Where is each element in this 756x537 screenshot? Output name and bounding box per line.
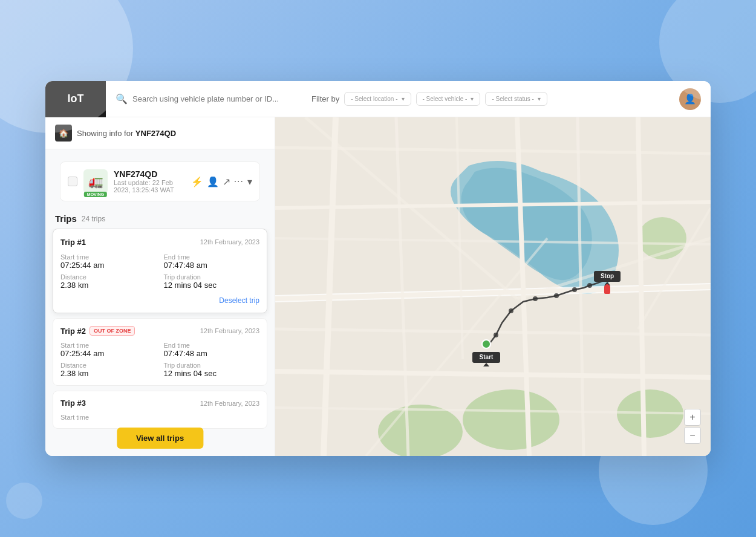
svg-text:Start: Start bbox=[480, 354, 494, 360]
vehicle-checkbox[interactable] bbox=[68, 177, 77, 186]
vehicle-update: Last update: 22 Feb 2023, 13:25:43 WAT bbox=[114, 179, 185, 194]
app-window: IoT 🔍 Filter by - Select location - ▾ - … bbox=[45, 81, 711, 456]
svg-point-33 bbox=[482, 340, 490, 348]
more-options-icon[interactable]: ··· bbox=[234, 176, 244, 187]
vehicle-icon: 🚛 MOVING bbox=[83, 169, 108, 194]
vehicle-filter[interactable]: - Select vehicle - ▾ bbox=[416, 92, 481, 106]
expand-icon[interactable]: ▾ bbox=[247, 176, 252, 187]
zoom-in-button[interactable]: + bbox=[684, 409, 701, 426]
vehicle-id-text: YNF274QD bbox=[135, 129, 176, 138]
trip-2-end-time: 07:47:48 am bbox=[164, 349, 260, 358]
svg-point-27 bbox=[554, 293, 559, 298]
trip-card-1[interactable]: Trip #1 12th February, 2023 Start time 0… bbox=[53, 229, 267, 313]
vehicle-info: YNF274QD Last update: 22 Feb 2023, 13:25… bbox=[114, 169, 185, 194]
filter-label: Filter by bbox=[311, 94, 339, 103]
svg-point-29 bbox=[587, 283, 592, 288]
search-area: 🔍 bbox=[106, 93, 311, 105]
map-svg: Start Stop bbox=[275, 117, 711, 456]
svg-point-28 bbox=[572, 287, 577, 292]
trip-2-start-time: 07:25:44 am bbox=[60, 349, 157, 358]
trips-list: Trip #1 12th February, 2023 Start time 0… bbox=[45, 229, 275, 456]
person-icon[interactable]: 👤 bbox=[207, 176, 219, 187]
svg-rect-38 bbox=[605, 284, 609, 288]
trips-container: Trip #1 12th February, 2023 Start time 0… bbox=[45, 229, 275, 456]
svg-point-24 bbox=[494, 333, 498, 337]
chevron-down-icon: ▾ bbox=[538, 96, 541, 102]
chevron-down-icon: ▾ bbox=[471, 96, 474, 102]
moving-badge: MOVING bbox=[84, 192, 107, 197]
trip-2-distance: 2.38 km bbox=[60, 369, 157, 378]
trip-2-header: Trip #2 OUT OF ZONE 12th February, 2023 bbox=[60, 326, 259, 336]
trip-1-end-time: 07:47:48 am bbox=[164, 261, 260, 270]
app-body: 🏠 Showing info for YNF274QD 🚛 MOVING YNF… bbox=[45, 117, 711, 456]
trip-3-number: Trip #3 bbox=[60, 399, 86, 408]
status-filter[interactable]: - Select status - ▾ bbox=[485, 92, 547, 106]
trips-header: Trips 24 trips bbox=[45, 209, 275, 229]
trip-2-number: Trip #2 bbox=[60, 327, 86, 336]
out-of-zone-badge: OUT OF ZONE bbox=[90, 326, 135, 336]
vehicle-truck-icon: 🚛 bbox=[88, 174, 103, 189]
deselect-trip-button[interactable]: Deselect trip bbox=[219, 296, 259, 305]
svg-point-25 bbox=[509, 308, 513, 313]
view-all-container: View all trips bbox=[117, 428, 203, 449]
search-input[interactable] bbox=[132, 94, 302, 103]
location-filter[interactable]: - Select location - ▾ bbox=[344, 92, 411, 106]
trip-2-duration: 12 mins 04 sec bbox=[164, 369, 260, 378]
trip-2-date: 12th February, 2023 bbox=[200, 327, 259, 334]
trip-1-duration: 12 mins 04 sec bbox=[164, 281, 260, 290]
chevron-down-icon: ▾ bbox=[402, 96, 405, 102]
trip-1-number: Trip #1 bbox=[60, 238, 86, 247]
vehicle-plate: YNF274QD bbox=[114, 169, 185, 179]
trip-1-header: Trip #1 12th February, 2023 bbox=[60, 236, 259, 247]
left-panel: 🏠 Showing info for YNF274QD 🚛 MOVING YNF… bbox=[45, 117, 275, 456]
trip-1-distance: 2.38 km bbox=[60, 281, 157, 290]
trip-3-date: 12th February, 2023 bbox=[200, 400, 259, 407]
view-all-trips-button[interactable]: View all trips bbox=[117, 428, 203, 449]
trip-3-header: Trip #3 12th February, 2023 bbox=[60, 399, 259, 408]
svg-point-2 bbox=[463, 389, 559, 450]
trips-count: 24 trips bbox=[82, 215, 105, 223]
header: IoT 🔍 Filter by - Select location - ▾ - … bbox=[45, 81, 711, 117]
info-bar-text: Showing info for YNF274QD bbox=[77, 129, 176, 138]
trip-card-2[interactable]: Trip #2 OUT OF ZONE 12th February, 2023 … bbox=[53, 318, 267, 386]
trip-1-start-time: 07:25:44 am bbox=[60, 261, 157, 270]
zoom-out-button[interactable]: − bbox=[684, 427, 701, 444]
trip-2-details: Start time 07:25:44 am End time 07:47:48… bbox=[60, 342, 259, 378]
map-panel: Start Stop + − bbox=[275, 117, 711, 456]
trips-title: Trips bbox=[55, 213, 77, 224]
map-controls: + − bbox=[684, 409, 701, 444]
trip-1-date: 12th February, 2023 bbox=[200, 238, 259, 246]
svg-text:Stop: Stop bbox=[601, 273, 614, 279]
vehicle-card: 🚛 MOVING YNF274QD Last update: 22 Feb 20… bbox=[60, 161, 260, 201]
trip-card-3[interactable]: Trip #3 12th February, 2023 Start time bbox=[53, 391, 267, 429]
svg-point-26 bbox=[533, 296, 538, 301]
trip-1-details: Start time 07:25:44 am End time 07:47:48… bbox=[60, 253, 259, 290]
vehicle-actions: ⚡ 👤 ↗ ··· ▾ bbox=[191, 176, 252, 187]
power-icon[interactable]: ⚡ bbox=[191, 176, 203, 187]
share-icon[interactable]: ↗ bbox=[223, 176, 230, 187]
